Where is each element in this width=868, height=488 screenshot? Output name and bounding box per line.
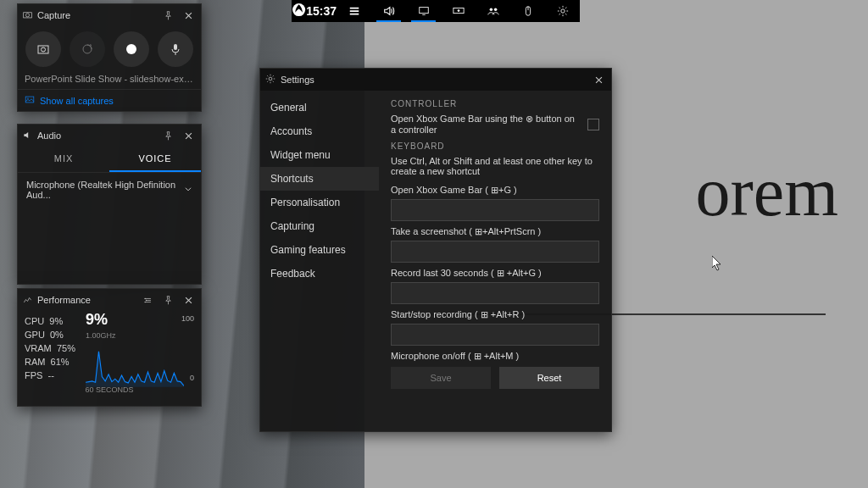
slide-text: orem <box>696 152 838 232</box>
gallery-icon <box>25 95 35 106</box>
shortcut-label: Microphone on/off ( ⊞ +Alt+M ) <box>391 351 599 362</box>
perf-xlabel: 60 SECONDS <box>18 385 201 397</box>
pin-icon[interactable] <box>160 8 175 23</box>
svg-point-19 <box>144 297 145 298</box>
close-icon[interactable] <box>591 72 606 87</box>
controller-row-label: Open Xbox Game Bar using the ⊗ button on… <box>391 114 579 135</box>
perf-title: Performance <box>37 295 135 305</box>
settings-title: Settings <box>281 75 586 85</box>
svg-rect-15 <box>174 44 177 50</box>
chart-icon <box>23 295 32 306</box>
shortcut-input[interactable] <box>391 199 599 221</box>
shortcut-input[interactable] <box>391 282 599 304</box>
reset-button[interactable]: Reset <box>499 367 599 389</box>
settings-nav-widget-menu[interactable]: Widget menu <box>260 143 379 167</box>
audio-title: Audio <box>37 130 155 141</box>
capture-title: Capture <box>37 10 155 20</box>
record-last-button[interactable] <box>70 31 105 67</box>
settings-nav-gaming-features[interactable]: Gaming features <box>260 238 379 262</box>
record-button[interactable] <box>114 31 149 67</box>
svg-rect-16 <box>25 97 34 103</box>
speaker-icon[interactable] <box>371 0 406 22</box>
settings-nav-accounts[interactable]: Accounts <box>260 119 379 143</box>
gear-icon[interactable] <box>545 0 580 22</box>
svg-point-23 <box>269 77 272 80</box>
mic-button[interactable] <box>158 31 193 67</box>
menu-icon[interactable] <box>337 0 371 22</box>
settings-nav-personalisation[interactable]: Personalisation <box>260 191 379 214</box>
perf-chart-svg <box>86 330 184 387</box>
shortcut-label: Take a screenshot ( ⊞+Alt+PrtScrn ) <box>391 226 599 237</box>
shortcut-label: Start/stop recording ( ⊞ +Alt+R ) <box>391 309 599 320</box>
show-all-captures[interactable]: Show all captures <box>18 89 201 111</box>
svg-rect-1 <box>419 8 428 14</box>
chevron-down-icon[interactable] <box>184 185 192 195</box>
camera-icon <box>23 10 32 21</box>
settings-panel: Settings GeneralAccountsWidget menuShort… <box>259 68 612 432</box>
svg-point-17 <box>27 97 28 98</box>
svg-point-10 <box>25 13 29 16</box>
save-button[interactable]: Save <box>391 367 491 389</box>
keyboard-header: KEYBOARD <box>391 141 599 151</box>
settings-nav: GeneralAccountsWidget menuShortcutsPerso… <box>260 91 379 431</box>
pin-icon[interactable] <box>160 128 175 143</box>
settings-nav-general[interactable]: General <box>260 96 379 119</box>
pin-icon[interactable] <box>160 292 175 308</box>
settings-nav-capturing[interactable]: Capturing <box>260 214 379 238</box>
mic-device-label: Microphone (Realtek High Definition Aud.… <box>26 180 184 200</box>
close-icon[interactable] <box>181 292 196 308</box>
svg-point-3 <box>457 9 459 12</box>
perf-ymin: 0 <box>190 374 194 382</box>
close-icon[interactable] <box>181 8 196 23</box>
mouse-icon[interactable] <box>510 0 545 22</box>
svg-rect-12 <box>38 46 48 53</box>
controller-checkbox[interactable] <box>587 119 599 130</box>
keyboard-hint: Use Ctrl, Alt or Shift and at least one … <box>391 156 599 176</box>
xbox-icon[interactable] <box>292 3 306 19</box>
settings-nav-feedback[interactable]: Feedback <box>260 262 379 286</box>
svg-point-21 <box>144 301 145 302</box>
audio-panel: Audio MIX VOICE Microphone (Realtek High… <box>17 124 202 285</box>
group-icon[interactable] <box>476 0 510 22</box>
perf-ymax: 100 <box>181 314 194 323</box>
display-icon[interactable] <box>441 0 476 22</box>
svg-point-20 <box>145 299 146 300</box>
shortcut-label: Record last 30 seconds ( ⊞ +Alt+G ) <box>391 268 599 279</box>
svg-point-8 <box>560 9 564 13</box>
shortcut-label: Open Xbox Game Bar ( ⊞+G ) <box>391 185 599 196</box>
cursor-icon <box>712 256 722 271</box>
shortcut-input[interactable] <box>391 324 599 346</box>
capture-panel: Capture PowerPoint Slide Show - slidesho… <box>17 3 202 112</box>
perf-big-value: 9% <box>86 311 108 329</box>
settings-nav-shortcuts[interactable]: Shortcuts <box>260 167 379 191</box>
options-icon[interactable] <box>140 292 155 308</box>
close-icon[interactable] <box>181 128 196 143</box>
gear-icon <box>265 74 275 86</box>
screenshot-button[interactable] <box>25 31 61 67</box>
performance-panel: Performance CPU 9% GPU 0% VRAM 75% RAM 6… <box>17 288 202 407</box>
speaker-small-icon <box>23 130 32 141</box>
perf-metrics-list: CPU 9% GPU 0% VRAM 75% RAM 61% FPS -- <box>25 314 81 382</box>
svg-point-13 <box>42 47 46 52</box>
perf-graph: 9% 1.00GHz 100 0 <box>86 314 194 382</box>
tab-mix[interactable]: MIX <box>18 147 109 172</box>
shortcut-input[interactable] <box>391 241 599 263</box>
show-all-label: Show all captures <box>40 96 114 106</box>
tab-voice[interactable]: VOICE <box>109 147 201 172</box>
controller-header: CONTROLLER <box>391 99 599 108</box>
svg-point-5 <box>493 8 497 12</box>
monitor-icon[interactable] <box>406 0 441 22</box>
svg-point-4 <box>489 8 492 12</box>
clock: 15:37 <box>306 4 337 18</box>
capture-subtitle: PowerPoint Slide Show - slideshow-exam..… <box>18 74 201 89</box>
settings-content: CONTROLLER Open Xbox Game Bar using the … <box>379 91 611 431</box>
game-bar-top: 15:37 <box>292 0 580 22</box>
